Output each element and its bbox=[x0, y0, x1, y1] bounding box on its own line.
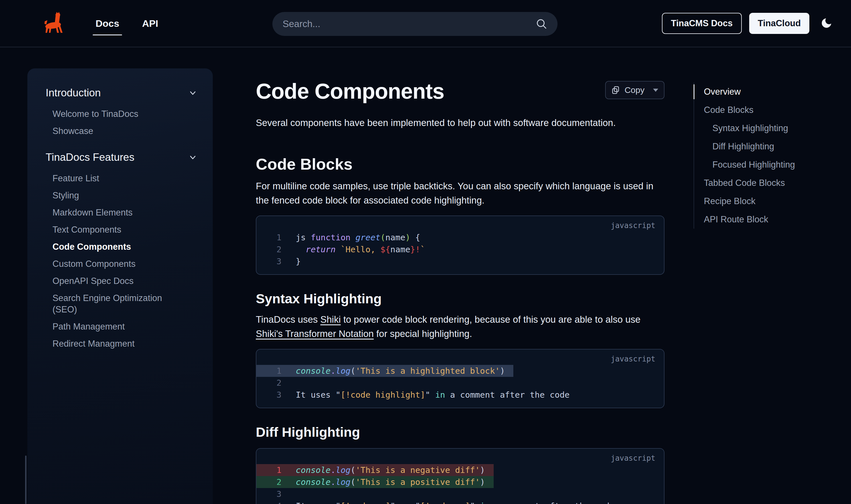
code-text: It uses "[!code --]" or "[!code ++]" in … bbox=[282, 500, 615, 504]
doc-link-shiki[interactable]: Shiki bbox=[320, 314, 341, 325]
code-lang-label: javascript bbox=[610, 355, 655, 363]
toc-item-focused-highlighting[interactable]: Focused Highlighting bbox=[694, 156, 842, 174]
sidebar-item-openapi-spec-docs[interactable]: OpenAPI Spec Docs bbox=[52, 272, 184, 290]
code-token: ( bbox=[380, 233, 385, 242]
code-token: return bbox=[306, 245, 336, 254]
sidebar: IntroductionWelcome to TinaDocsShowcaseT… bbox=[28, 68, 213, 504]
code-token: ( bbox=[351, 465, 355, 475]
code-token: } bbox=[296, 256, 301, 266]
nav-button-tinacloud[interactable]: TinaCloud bbox=[749, 13, 809, 34]
code-token: js bbox=[296, 233, 311, 242]
search-input[interactable] bbox=[282, 18, 535, 30]
copy-button[interactable]: Copy bbox=[605, 81, 664, 99]
toc-item-code-blocks[interactable]: Code Blocks bbox=[694, 101, 842, 119]
sidebar-item-code-components[interactable]: Code Components bbox=[52, 238, 184, 255]
code-token: " bbox=[470, 501, 475, 504]
toc-item-overview[interactable]: Overview bbox=[694, 83, 842, 101]
doc-link-shiki-s-transformer-notation[interactable]: Shiki's Transformer Notation bbox=[256, 328, 374, 339]
line-number: 2 bbox=[256, 476, 282, 488]
code-token: 'This is a negative diff' bbox=[356, 465, 480, 475]
code-token: It uses bbox=[296, 390, 336, 400]
code-token bbox=[475, 501, 480, 504]
line-number: 3 bbox=[256, 389, 282, 401]
code-token: [!code ++] bbox=[420, 501, 470, 504]
sidebar-item-feature-list[interactable]: Feature List bbox=[52, 170, 184, 187]
code-line: 3} bbox=[256, 255, 664, 267]
code-token: . bbox=[331, 477, 335, 487]
section-heading-diff-highlighting: Diff Highlighting bbox=[256, 424, 664, 440]
code-token: `Hello, bbox=[340, 245, 380, 254]
code-text: } bbox=[282, 255, 301, 267]
code-line: 2console.log('This is a positive diff') bbox=[256, 476, 494, 488]
sidebar-scrollbar[interactable] bbox=[25, 455, 26, 504]
code-token: } bbox=[410, 245, 415, 254]
line-number: 1 bbox=[256, 232, 282, 244]
copy-label: Copy bbox=[624, 85, 644, 95]
toc-item-diff-highlighting[interactable]: Diff Highlighting bbox=[694, 138, 842, 156]
sidebar-item-path-management[interactable]: Path Management bbox=[52, 318, 184, 335]
intro-paragraph: Several components have been implemented… bbox=[256, 116, 664, 130]
code-lines: 1js function greet(name) {2 return `Hell… bbox=[256, 232, 664, 267]
code-text bbox=[282, 377, 296, 389]
toc-item-recipe-block[interactable]: Recipe Block bbox=[694, 192, 842, 210]
code-text: It uses "[!code highlight]" in a comment… bbox=[282, 389, 569, 401]
code-lines: 1console.log('This is a negative diff')2… bbox=[256, 464, 664, 504]
search-bar[interactable] bbox=[272, 12, 557, 36]
code-token: . bbox=[331, 366, 335, 376]
code-token: console bbox=[296, 477, 331, 487]
table-of-contents: OverviewCode BlocksSyntax HighlightingDi… bbox=[694, 47, 842, 229]
code-token: ! bbox=[415, 245, 420, 254]
toc-item-api-route-block[interactable]: API Route Block bbox=[694, 210, 842, 229]
code-lang-label: javascript bbox=[610, 221, 655, 230]
code-token: " or " bbox=[390, 501, 420, 504]
content-layout: IntroductionWelcome to TinaDocsShowcaseT… bbox=[0, 47, 851, 504]
sidebar-section-header[interactable]: Introduction bbox=[46, 87, 197, 99]
code-text: console.log('This is a highlighted block… bbox=[282, 365, 505, 377]
toc-item-syntax-highlighting[interactable]: Syntax Highlighting bbox=[694, 119, 842, 138]
text-segment: to power code block rendering, because o… bbox=[341, 314, 640, 325]
nav-button-tinacms-docs[interactable]: TinaCMS Docs bbox=[662, 13, 742, 34]
code-blocks-paragraph: For multiline code samples, use triple b… bbox=[256, 179, 664, 208]
code-token: console bbox=[296, 465, 331, 475]
sidebar-item-markdown-elements[interactable]: Markdown Elements bbox=[52, 204, 184, 221]
theme-toggle-button[interactable] bbox=[819, 16, 834, 31]
text-segment: TinaDocs uses bbox=[256, 314, 320, 325]
sidebar-item-showcase[interactable]: Showcase bbox=[52, 123, 184, 140]
copy-icon bbox=[611, 86, 620, 94]
nav-link-api[interactable]: API bbox=[142, 18, 158, 29]
chevron-down-icon bbox=[189, 89, 197, 97]
code-block: javascript 1console.log('This is a highl… bbox=[256, 349, 664, 408]
tina-llama-logo[interactable] bbox=[44, 11, 70, 36]
code-token: log bbox=[336, 477, 351, 487]
chevron-down-icon bbox=[189, 154, 197, 161]
code-token: ( bbox=[351, 366, 355, 376]
search-icon[interactable] bbox=[535, 18, 548, 30]
sidebar-item-styling[interactable]: Styling bbox=[52, 187, 184, 204]
sidebar-item-text-components[interactable]: Text Components bbox=[52, 221, 184, 238]
code-token: 'This is a positive diff' bbox=[356, 477, 480, 487]
nav-links: DocsAPI bbox=[95, 18, 158, 29]
nav-link-docs[interactable]: Docs bbox=[95, 18, 119, 29]
code-text bbox=[282, 488, 296, 500]
sidebar-item-welcome-to-tinadocs[interactable]: Welcome to TinaDocs bbox=[52, 106, 184, 123]
toc-item-tabbed-code-blocks[interactable]: Tabbed Code Blocks bbox=[694, 174, 842, 192]
sidebar-section-header[interactable]: TinaDocs Features bbox=[46, 151, 197, 164]
code-token: a comment after the code bbox=[445, 390, 570, 400]
code-token bbox=[336, 245, 340, 254]
code-line: 2 bbox=[256, 377, 664, 389]
sidebar-item-custom-components[interactable]: Custom Components bbox=[52, 255, 184, 272]
sidebar-items: Feature ListStylingMarkdown ElementsText… bbox=[52, 170, 184, 352]
code-text: return `Hello, ${name}!` bbox=[282, 244, 425, 255]
text-segment: for special highlighting. bbox=[374, 328, 472, 339]
caret-down-icon bbox=[653, 89, 658, 92]
code-token bbox=[296, 245, 306, 254]
line-number: 3 bbox=[256, 488, 282, 500]
sidebar-item-search-engine-optimization-seo[interactable]: Search Engine Optimization (SEO) bbox=[52, 290, 184, 318]
code-token: name bbox=[390, 245, 410, 254]
toc-list: OverviewCode BlocksSyntax HighlightingDi… bbox=[694, 83, 842, 229]
code-lines: 1console.log('This is a highlighted bloc… bbox=[256, 365, 664, 401]
line-number: 1 bbox=[256, 365, 282, 377]
code-token: in bbox=[435, 390, 445, 400]
sidebar-item-redirect-managment[interactable]: Redirect Managment bbox=[52, 335, 184, 352]
code-token: greet bbox=[356, 233, 380, 242]
